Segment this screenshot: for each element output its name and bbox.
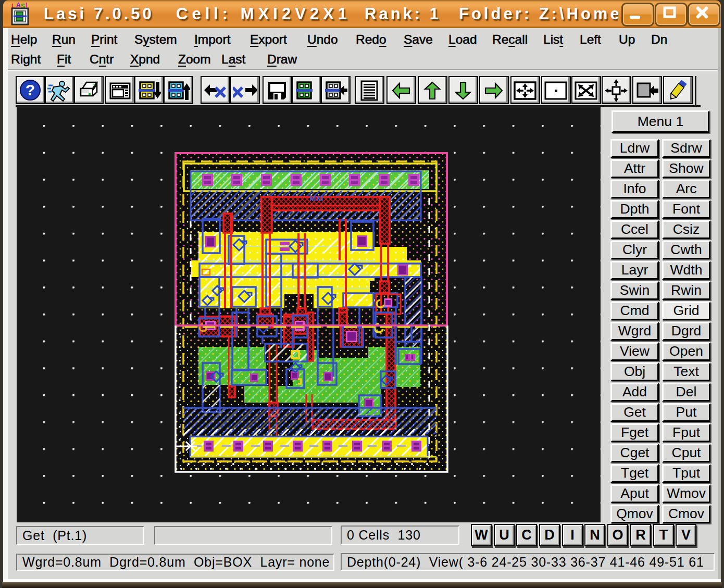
svg-text:?: ? [26,81,35,98]
svg-text:MXI: MXI [309,194,323,203]
